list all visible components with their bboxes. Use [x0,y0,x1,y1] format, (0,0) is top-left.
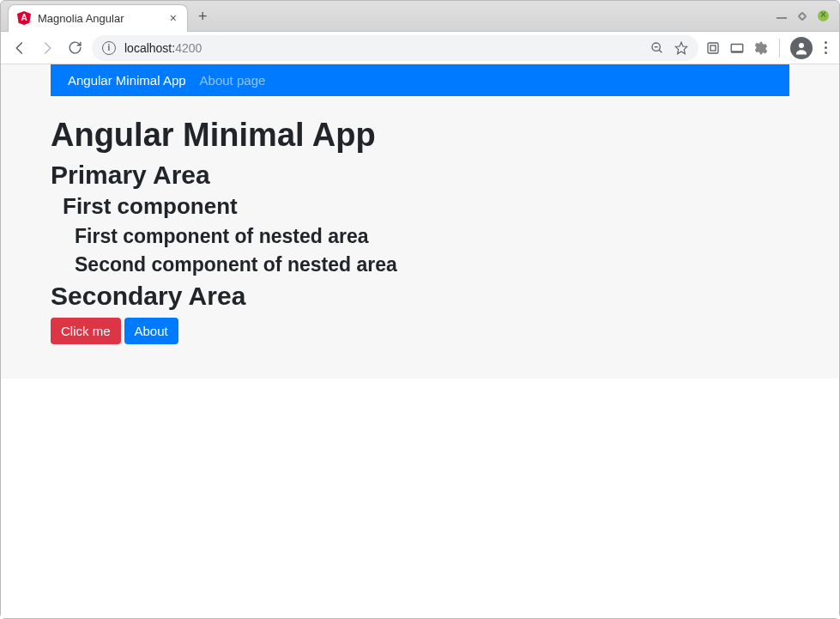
address-bar[interactable]: i localhost:4200 [92,35,698,61]
window-controls [777,10,832,21]
minimize-icon[interactable] [777,14,787,19]
primary-area-title: Primary Area [51,161,789,190]
maximize-icon[interactable] [797,11,807,21]
page-content: Angular Minimal App Primary Area First c… [1,96,839,344]
extension-icon-2[interactable] [729,40,745,56]
url-actions [650,41,688,55]
svg-marker-3 [675,42,686,53]
nav-link-about[interactable]: About page [200,73,266,88]
url-port: 4200 [175,41,202,55]
component-title: First component [63,193,789,220]
button-row: Click me About [51,318,789,344]
url-text: localhost:4200 [124,41,642,55]
browser-tab[interactable]: Magnolia Angular × [8,4,188,32]
extension-icon-1[interactable] [705,40,721,56]
back-button[interactable] [9,38,30,58]
forward-button[interactable] [37,38,57,58]
reload-button[interactable] [64,38,85,58]
info-icon[interactable]: i [102,41,116,55]
secondary-area-title: Secondary Area [51,282,789,311]
toolbar-divider [779,39,780,58]
browser-toolbar: i localhost:4200 [1,32,839,64]
app-navbar: Angular Minimal App About page [51,64,789,96]
about-button[interactable]: About [124,318,178,344]
zoom-icon[interactable] [650,41,664,55]
tab-title: Magnolia Angular [38,12,161,25]
menu-button[interactable] [821,38,831,58]
nested-component-title: Second component of nested area [75,253,789,276]
angular-icon [17,11,31,25]
svg-rect-5 [710,46,716,51]
extension-gear-icon[interactable] [753,40,769,56]
browser-window: Magnolia Angular × + i localhost:4200 [0,0,840,619]
page-title: Angular Minimal App [51,117,789,154]
nested-component-title: First component of nested area [75,225,789,248]
profile-button[interactable] [790,37,813,59]
svg-point-9 [799,43,804,48]
nav-link-home[interactable]: Angular Minimal App [68,73,186,88]
close-icon[interactable]: × [168,10,178,26]
svg-rect-4 [708,43,718,53]
click-me-button[interactable]: Click me [51,318,121,344]
page-body: Angular Minimal App About page Angular M… [1,64,839,379]
toolbar-right [705,37,831,59]
svg-rect-6 [731,44,743,52]
viewport: Angular Minimal App About page Angular M… [1,64,839,618]
svg-line-1 [659,50,662,52]
tab-strip: Magnolia Angular × + [1,1,839,32]
url-host: localhost: [124,41,175,55]
new-tab-button[interactable]: + [198,8,208,26]
window-close-icon[interactable] [818,10,829,21]
star-icon[interactable] [674,41,688,55]
